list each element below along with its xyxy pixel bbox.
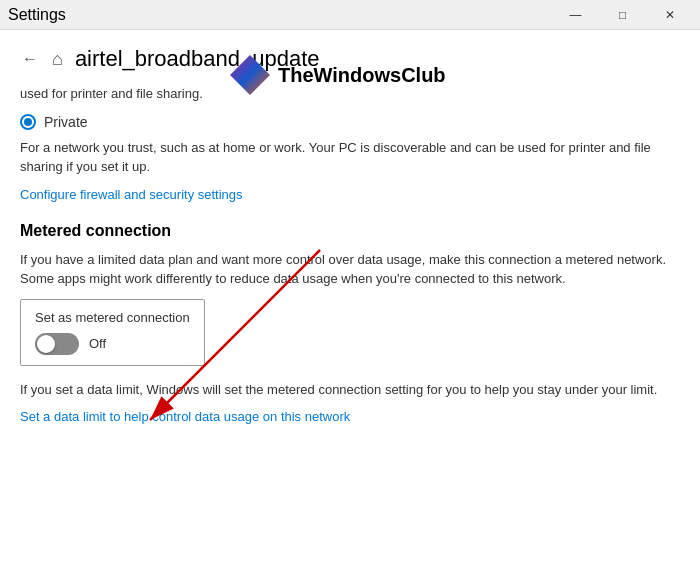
close-button[interactable]: ✕ [647,0,692,30]
watermark-text: TheWindowsClub [278,64,446,87]
toggle-state-label: Off [89,336,106,351]
radio-circle [20,114,36,130]
titlebar-title: Settings [8,6,66,24]
toggle-thumb [37,335,55,353]
data-limit-link[interactable]: Set a data limit to help control data us… [20,409,680,424]
firewall-link[interactable]: Configure firewall and security settings [20,187,680,202]
content-area: ← ⌂ airtel_broadband_update used for pri… [0,30,700,575]
watermark: TheWindowsClub [230,55,446,95]
footer-description: If you set a data limit, Windows will se… [20,380,680,400]
metered-box-label: Set as metered connection [35,310,190,325]
maximize-button[interactable]: □ [600,0,645,30]
private-radio-option[interactable]: Private [20,114,680,130]
toggle-container: Off [35,333,190,355]
metered-section-heading: Metered connection [20,222,680,240]
back-button[interactable]: ← [20,48,40,70]
metered-toggle[interactable] [35,333,79,355]
private-description: For a network you trust, such as at home… [20,138,680,177]
metered-description: If you have a limited data plan and want… [20,250,680,289]
watermark-logo-icon [230,55,270,95]
minimize-button[interactable]: — [553,0,598,30]
main-panel: ← ⌂ airtel_broadband_update used for pri… [0,30,700,575]
titlebar-controls: — □ ✕ [553,0,692,30]
metered-connection-box: Set as metered connection Off [20,299,205,366]
titlebar: Settings — □ ✕ [0,0,700,30]
radio-inner [24,118,32,126]
radio-label: Private [44,114,88,130]
home-icon: ⌂ [52,49,63,70]
titlebar-left: Settings [8,6,66,24]
